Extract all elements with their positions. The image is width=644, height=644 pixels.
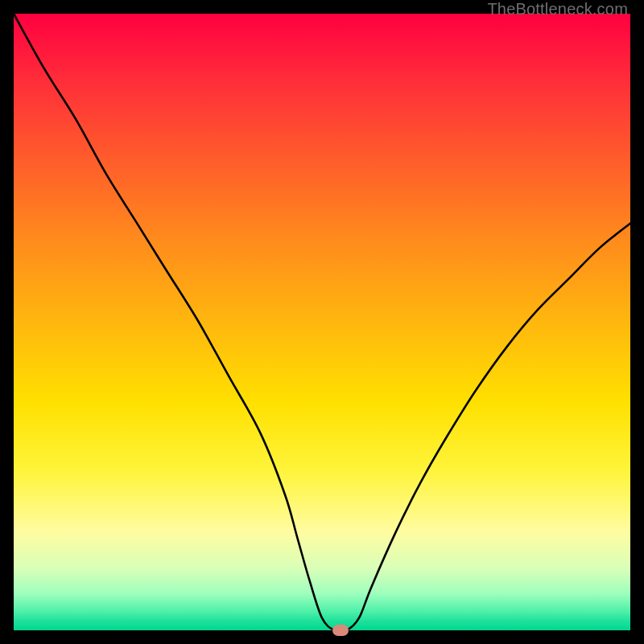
plot-area bbox=[14, 14, 630, 630]
bottleneck-curve bbox=[14, 14, 630, 630]
chart-frame: TheBottleneck.com bbox=[0, 0, 644, 644]
bottleneck-curve-path bbox=[14, 14, 630, 632]
optimum-marker bbox=[332, 625, 349, 636]
watermark-text: TheBottleneck.com bbox=[487, 0, 628, 19]
